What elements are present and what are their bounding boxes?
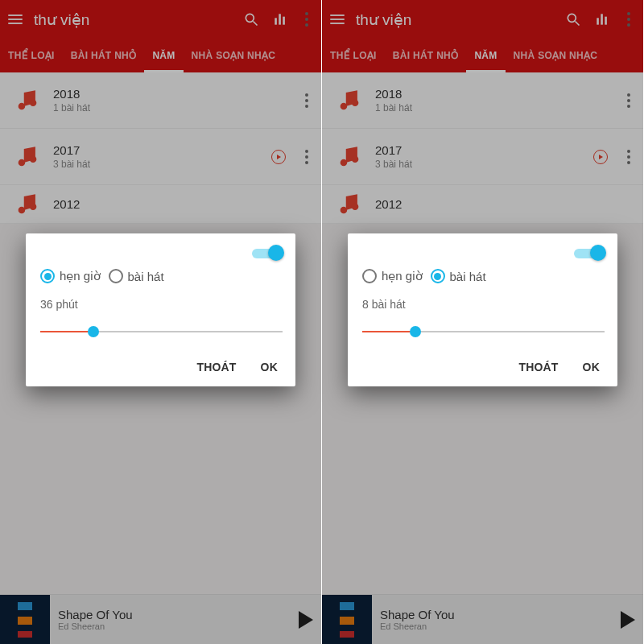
svg-line-12 bbox=[576, 22, 580, 26]
album-cover bbox=[0, 595, 50, 645]
svg-point-9 bbox=[19, 206, 26, 213]
music-note-icon bbox=[333, 85, 365, 117]
screen-right: thư viện THỂ LOẠI BÀI HÁT NHỎ NĂM NHÀ SO… bbox=[322, 0, 644, 644]
page-title: thư viện bbox=[356, 10, 553, 29]
equalizer-icon[interactable] bbox=[271, 10, 289, 28]
now-playing-bar[interactable]: Shape Of You Ed Sheeran bbox=[322, 594, 643, 644]
svg-point-18 bbox=[341, 159, 348, 166]
svg-point-10 bbox=[30, 203, 37, 210]
row-title: 2012 bbox=[375, 197, 635, 211]
tab-genre[interactable]: THỂ LOẠI bbox=[0, 39, 63, 72]
row-subtitle: 1 bài hát bbox=[53, 102, 291, 114]
list-item[interactable]: 2012 bbox=[0, 185, 321, 224]
now-playing-title: Shape Of You bbox=[380, 608, 613, 621]
ok-button[interactable]: OK bbox=[261, 361, 278, 374]
search-icon[interactable] bbox=[564, 10, 582, 28]
play-icon[interactable] bbox=[593, 150, 608, 164]
list-item[interactable]: 2017 3 bài hát bbox=[322, 129, 643, 185]
list-item[interactable]: 2018 1 bài hát bbox=[322, 72, 643, 129]
slider-value-label: 36 phút bbox=[40, 298, 283, 311]
svg-point-11 bbox=[568, 14, 576, 22]
radio-group: hẹn giờ bài hát bbox=[362, 269, 605, 283]
cancel-button[interactable]: THOÁT bbox=[518, 361, 558, 374]
radio-group: hẹn giờ bài hát bbox=[40, 269, 283, 283]
row-subtitle: 1 bài hát bbox=[375, 102, 613, 114]
radio-songs[interactable] bbox=[109, 269, 123, 283]
svg-point-17 bbox=[352, 99, 359, 105]
album-cover bbox=[322, 595, 372, 645]
row-overflow-icon[interactable] bbox=[622, 93, 635, 108]
row-subtitle: 3 bài hát bbox=[375, 159, 584, 170]
menu-icon[interactable] bbox=[330, 14, 345, 24]
tab-year[interactable]: NĂM bbox=[466, 39, 505, 72]
slider-value-label: 8 bài hát bbox=[362, 298, 605, 311]
tab-genre[interactable]: THỂ LOẠI bbox=[322, 39, 385, 72]
tab-small-songs[interactable]: BÀI HÁT NHỎ bbox=[385, 39, 467, 72]
music-note-icon bbox=[11, 141, 43, 173]
svg-rect-2 bbox=[275, 18, 277, 24]
svg-rect-14 bbox=[601, 14, 603, 24]
play-button-icon[interactable] bbox=[621, 611, 635, 629]
tab-year[interactable]: NĂM bbox=[144, 39, 183, 72]
play-icon[interactable] bbox=[271, 150, 286, 164]
equalizer-icon[interactable] bbox=[593, 10, 611, 28]
page-title: thư viện bbox=[34, 10, 231, 29]
overflow-icon[interactable] bbox=[622, 10, 635, 28]
svg-point-16 bbox=[341, 102, 348, 109]
svg-line-1 bbox=[254, 22, 258, 26]
music-note-icon bbox=[11, 85, 43, 117]
cancel-button[interactable]: THOÁT bbox=[196, 361, 236, 374]
radio-timer[interactable] bbox=[40, 269, 55, 283]
year-list: 2018 1 bài hát 2017 3 bài hát 2012 bbox=[322, 72, 643, 224]
row-overflow-icon[interactable] bbox=[300, 93, 313, 108]
overflow-icon[interactable] bbox=[300, 10, 313, 28]
radio-timer[interactable] bbox=[362, 269, 377, 283]
svg-rect-13 bbox=[597, 18, 599, 24]
svg-point-19 bbox=[352, 155, 359, 163]
now-playing-bar[interactable]: Shape Of You Ed Sheeran bbox=[0, 594, 321, 644]
music-note-icon bbox=[333, 141, 365, 173]
radio-timer-label: hẹn giờ bbox=[382, 269, 423, 283]
timer-enable-toggle[interactable] bbox=[574, 245, 605, 261]
tab-small-songs[interactable]: BÀI HÁT NHỎ bbox=[63, 39, 145, 72]
music-note-icon bbox=[333, 188, 365, 221]
tab-composer[interactable]: NHÀ SOẠN NHẠC bbox=[506, 39, 606, 72]
tab-bar: THỂ LOẠI BÀI HÁT NHỎ NĂM NHÀ SOẠN NHẠC bbox=[322, 39, 643, 72]
radio-songs-label: bài hát bbox=[128, 270, 164, 283]
now-playing-title: Shape Of You bbox=[58, 608, 291, 621]
row-title: 2017 bbox=[53, 143, 262, 157]
radio-songs[interactable] bbox=[431, 269, 445, 283]
svg-rect-15 bbox=[605, 17, 607, 25]
play-button-icon[interactable] bbox=[299, 611, 313, 629]
radio-timer-label: hẹn giờ bbox=[60, 269, 101, 283]
svg-rect-3 bbox=[279, 14, 281, 24]
row-subtitle: 3 bài hát bbox=[53, 159, 262, 170]
now-playing-artist: Ed Sheeran bbox=[380, 621, 613, 631]
timer-enable-toggle[interactable] bbox=[252, 245, 283, 261]
svg-point-21 bbox=[352, 203, 359, 210]
svg-point-5 bbox=[19, 102, 26, 109]
tab-composer[interactable]: NHÀ SOẠN NHẠC bbox=[184, 39, 284, 72]
row-title: 2018 bbox=[53, 87, 291, 101]
duration-slider[interactable] bbox=[40, 325, 283, 338]
app-bar: thư viện bbox=[322, 0, 643, 39]
list-item[interactable]: 2017 3 bài hát bbox=[0, 129, 321, 185]
svg-point-6 bbox=[30, 99, 37, 105]
app-bar: thư viện bbox=[0, 0, 321, 39]
row-overflow-icon[interactable] bbox=[300, 150, 313, 164]
svg-point-7 bbox=[19, 159, 26, 166]
ok-button[interactable]: OK bbox=[583, 361, 600, 374]
list-item[interactable]: 2012 bbox=[322, 185, 643, 224]
search-icon[interactable] bbox=[242, 10, 260, 28]
screen-left: thư viện THỂ LOẠI BÀI HÁT NHỎ NĂM NHÀ SO… bbox=[0, 0, 322, 644]
now-playing-artist: Ed Sheeran bbox=[58, 621, 291, 631]
duration-slider[interactable] bbox=[362, 325, 605, 338]
svg-point-20 bbox=[341, 206, 348, 213]
tab-bar: THỂ LOẠI BÀI HÁT NHỎ NĂM NHÀ SOẠN NHẠC bbox=[0, 39, 321, 72]
year-list: 2018 1 bài hát 2017 3 bài hát 2012 bbox=[0, 72, 321, 224]
row-title: 2018 bbox=[375, 87, 613, 101]
row-title: 2012 bbox=[53, 197, 313, 211]
menu-icon[interactable] bbox=[8, 14, 23, 24]
row-overflow-icon[interactable] bbox=[622, 150, 635, 164]
list-item[interactable]: 2018 1 bài hát bbox=[0, 72, 321, 129]
